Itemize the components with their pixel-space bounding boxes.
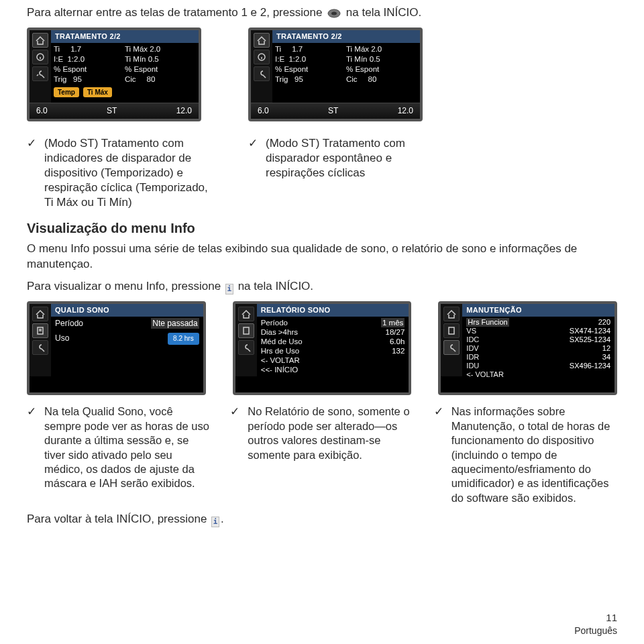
- svg-rect-10: [244, 327, 249, 334]
- intro-prefix: Para alternar entre as telas de tratamen…: [27, 6, 322, 19]
- home-icon: [32, 307, 48, 321]
- checkmark-icon: ✓: [434, 405, 445, 505]
- checkmark-icon: ✓: [230, 405, 241, 505]
- clipboard-icon: [32, 323, 48, 338]
- device-data-rows: Ti 1.7Ti Máx 2.0 I:E 1:2.0Ti Mín 0.5 % E…: [51, 43, 199, 86]
- home-icon: [254, 33, 270, 48]
- info-body: O menu Info possui uma série de telas ex…: [27, 241, 617, 272]
- device-title: QUALID SONO: [51, 304, 203, 317]
- device-qualid-sono: QUALID SONO PeríodoNte passada Uso8.2 hr…: [27, 301, 206, 395]
- wrench-icon: [32, 66, 48, 81]
- checkmark-icon: ✓: [248, 136, 259, 210]
- device-treatment-a: TRATAMENTO 2/2 Ti 1.7Ti Máx 2.0 I:E 1:2.…: [27, 28, 201, 121]
- home-icon: [443, 307, 460, 321]
- home-icon: [32, 33, 48, 48]
- info-heading: Visualização do menu Info: [27, 219, 617, 237]
- caption-top-right: (Modo ST) Tratamento com disparador espo…: [266, 136, 436, 210]
- page-number: 11: [574, 611, 617, 625]
- dial-icon: [327, 8, 341, 19]
- intro-suffix: na tela INÍCIO.: [346, 6, 421, 19]
- device-title: TRATAMENTO 2/2: [51, 30, 199, 43]
- info-icon: i: [211, 517, 219, 527]
- checkmark-icon: ✓: [27, 136, 38, 210]
- back-line: Para voltar à tela INÍCIO, pressione i.: [27, 512, 617, 527]
- svg-rect-11: [449, 327, 454, 334]
- device-footer: 6.0 ST 12.0: [251, 103, 420, 119]
- checkmark-icon: ✓: [27, 405, 38, 505]
- intro-text: Para alternar entre as telas de tratamen…: [27, 5, 617, 21]
- info-icon: i: [225, 284, 233, 294]
- mid-devices-row: QUALID SONO PeríodoNte passada Uso8.2 hr…: [27, 301, 617, 395]
- info-icon: [254, 50, 270, 64]
- pill-timax: Ti Máx: [83, 87, 112, 98]
- device-title: RELATÓRIO SONO: [257, 304, 409, 317]
- wrench-icon: [32, 340, 48, 355]
- caption-bottom-left: Na tela Qualid Sono, você sempre pode ve…: [44, 405, 210, 505]
- bottom-captions: ✓ Na tela Qualid Sono, você sempre pode …: [27, 405, 617, 505]
- device-footer: 6.0 ST 12.0: [30, 103, 199, 119]
- top-captions: ✓ (Modo ST) Tratamento com indicadores d…: [27, 136, 617, 210]
- home-icon: [238, 307, 254, 321]
- clipboard-icon: [238, 323, 254, 338]
- clipboard-icon: [443, 323, 460, 338]
- device-manutencao: MANUTENÇÃO Hrs Funcion220 VSSX474-1234 I…: [438, 301, 617, 395]
- caption-bottom-right: Nas informações sobre Manutenção, o tota…: [451, 405, 617, 505]
- info-icon: [32, 50, 48, 64]
- page-footer: 11 Português: [574, 611, 617, 637]
- pill-temp: Temp: [54, 87, 79, 98]
- device-treatment-b: TRATAMENTO 2/2 Ti 1.7Ti Máx 2.0 I:E 1:2.…: [248, 28, 423, 121]
- device-title: MANUTENÇÃO: [462, 304, 614, 317]
- caption-top-left: (Modo ST) Tratamento com indicadores de …: [44, 136, 215, 210]
- svg-point-1: [331, 11, 337, 15]
- wrench-icon: [443, 340, 460, 355]
- top-devices-row: TRATAMENTO 2/2 Ti 1.7Ti Máx 2.0 I:E 1:2.…: [27, 28, 617, 128]
- device-data-rows: Ti 1.7Ti Máx 2.0 I:E 1:2.0Ti Mín 0.5 % E…: [272, 43, 420, 86]
- info-press-line: Para visualizar o menu Info, pressione i…: [27, 279, 617, 294]
- caption-bottom-mid: No Relatório de sono, somente o período …: [248, 405, 413, 505]
- page-language: Português: [574, 625, 617, 637]
- wrench-icon: [254, 66, 270, 81]
- wrench-icon: [238, 340, 254, 355]
- device-title: TRATAMENTO 2/2: [272, 30, 420, 43]
- device-relatorio-sono: RELATÓRIO SONO Período1 mês Dias >4hrs18…: [233, 301, 412, 395]
